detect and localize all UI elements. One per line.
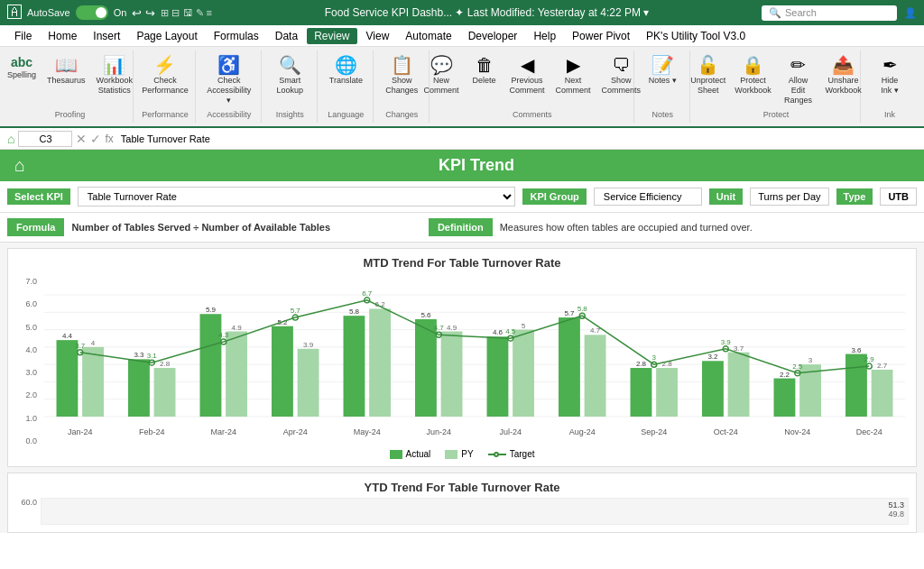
menu-file[interactable]: File: [7, 28, 39, 44]
formula-tag: Formula: [7, 218, 64, 236]
hide-ink-icon: ✒: [882, 56, 898, 74]
ribbon-group-proofing: abc Spelling 📖 Thesaurus 📊 WorkbookStati…: [7, 50, 134, 123]
menu-developer[interactable]: Developer: [461, 28, 525, 44]
unit-label: Unit: [709, 188, 743, 205]
svg-rect-63: [872, 370, 893, 417]
translate-icon: 🌐: [335, 56, 357, 74]
ribbon-btn-notes[interactable]: 📝 Notes ▾: [644, 54, 680, 87]
search-icon: 🔍: [769, 7, 781, 19]
unshare-workbook-icon: 📤: [832, 56, 855, 74]
ribbon-btn-translate[interactable]: 🌐 Translate: [326, 54, 366, 87]
kpi-header-title: KPI Trend: [34, 156, 919, 175]
mtd-chart-area: 4.44Jan-243.32.8Feb-245.94.9Mar-245.23.9…: [41, 277, 909, 445]
svg-text:Apr-24: Apr-24: [283, 427, 308, 436]
performance-group-label: Performance: [142, 110, 189, 119]
ribbon-btn-unprotect-sheet[interactable]: 🔓 UnprotectSheet: [688, 54, 728, 97]
home-sheet-icon: ⌂: [7, 132, 14, 146]
smart-lookup-label: SmartLookup: [277, 76, 304, 96]
quick-access-more[interactable]: ⊞ ⊟ 🖫 ✎ ≡: [161, 7, 212, 19]
insights-group-label: Insights: [276, 110, 304, 119]
kpi-select-dropdown[interactable]: Table Turnover Rate: [78, 187, 516, 206]
ribbon-protect-items: 🔓 UnprotectSheet 🔒 ProtectWorkbook ✏ All…: [688, 54, 864, 108]
svg-rect-28: [369, 308, 391, 417]
ribbon-btn-new-comment[interactable]: 💬 NewComment: [420, 54, 463, 97]
smart-lookup-icon: 🔍: [279, 56, 301, 74]
ribbon-btn-show-changes[interactable]: 📋 ShowChanges: [382, 54, 421, 97]
fx-label: fx: [105, 133, 113, 145]
show-changes-label: ShowChanges: [385, 76, 418, 96]
menu-pk-utility[interactable]: PK's Utility Tool V3.0: [639, 28, 753, 44]
ytd-container: YTD Trend For Table Turnover Rate 60.0 5…: [7, 473, 917, 533]
check-accessibility-icon: ♿: [217, 56, 240, 74]
menu-view[interactable]: View: [359, 28, 397, 44]
notes-icon: 📝: [651, 56, 674, 74]
definition-tag: Definition: [429, 218, 493, 236]
ribbon-group-notes: 📝 Notes ▾ Notes: [636, 50, 690, 123]
ribbon-btn-workbook-stats[interactable]: 📊 WorkbookStatistics: [93, 54, 136, 97]
svg-text:3: 3: [808, 356, 813, 364]
delete-comment-icon: 🗑: [476, 56, 494, 74]
ytd-value2: 49.8: [888, 509, 904, 519]
unshare-workbook-label: UnshareWorkbook: [825, 76, 861, 96]
svg-text:4.6: 4.6: [493, 328, 504, 336]
ribbon-btn-check-performance[interactable]: ⚡ CheckPerformance: [138, 54, 192, 97]
ribbon-btn-delete-comment[interactable]: 🗑 Delete: [467, 54, 503, 87]
ribbon-btn-check-accessibility[interactable]: ♿ CheckAccessibility ▾: [203, 54, 254, 106]
menu-data[interactable]: Data: [268, 28, 305, 44]
user-icon[interactable]: 👤: [904, 7, 917, 19]
ribbon-btn-allow-edit[interactable]: ✏ Allow EditRanges: [778, 54, 819, 106]
ribbon-comments-items: 💬 NewComment 🗑 Delete ◀ PreviousComment …: [420, 54, 645, 108]
redo-icon[interactable]: ↪: [145, 6, 155, 20]
legend-py-bar: [445, 450, 457, 459]
search-box[interactable]: 🔍 Search: [762, 5, 897, 21]
menu-power-pivot[interactable]: Power Pivot: [565, 28, 637, 44]
formula-input[interactable]: Table Turnover Rate: [117, 132, 917, 146]
legend-actual-label: Actual: [406, 449, 431, 459]
svg-rect-59: [774, 379, 796, 417]
legend-py: PY: [445, 449, 473, 459]
cell-reference[interactable]: [18, 131, 72, 147]
ribbon-btn-spelling[interactable]: abc Spelling: [4, 54, 40, 82]
menu-formulas[interactable]: Formulas: [207, 28, 266, 44]
svg-text:May-24: May-24: [354, 427, 381, 436]
ribbon-btn-smart-lookup[interactable]: 🔍 SmartLookup: [272, 54, 308, 97]
ribbon: abc Spelling 📖 Thesaurus 📊 WorkbookStati…: [0, 47, 924, 128]
legend-py-label: PY: [461, 449, 473, 459]
ribbon-btn-next-comment[interactable]: ▶ NextComment: [552, 54, 595, 97]
svg-text:2.8: 2.8: [160, 360, 171, 368]
ribbon-btn-prev-comment[interactable]: ◀ PreviousComment: [506, 54, 549, 97]
undo-icon[interactable]: ↩: [132, 6, 142, 20]
formula-block: Formula Number of Tables Served ÷ Number…: [7, 218, 414, 236]
svg-text:3.3: 3.3: [134, 351, 144, 359]
formula-bar: ⌂ ✕ ✓ fx Table Turnover Rate: [0, 128, 924, 150]
ribbon-group-ink: ✒ HideInk ▾ Ink: [863, 50, 917, 123]
svg-text:6.7: 6.7: [362, 289, 373, 298]
autosave-toggle[interactable]: [76, 5, 108, 20]
svg-text:3.7: 3.7: [734, 344, 744, 353]
svg-rect-44: [559, 317, 580, 417]
menu-help[interactable]: Help: [526, 28, 563, 44]
menu-insert[interactable]: Insert: [86, 28, 127, 44]
ytd-chart-area: 51.3 49.8: [41, 498, 909, 525]
menu-automate[interactable]: Automate: [398, 28, 458, 44]
allow-edit-label: Allow EditRanges: [781, 76, 816, 105]
ribbon-btn-hide-ink[interactable]: ✒ HideInk ▾: [872, 54, 908, 97]
formula-bar-check[interactable]: ✓: [90, 132, 101, 146]
ribbon-btn-unshare-workbook[interactable]: 📤 UnshareWorkbook: [822, 54, 864, 97]
menu-review[interactable]: Review: [307, 28, 356, 44]
menu-page-layout[interactable]: Page Layout: [129, 28, 204, 44]
svg-rect-24: [272, 326, 293, 417]
ribbon-btn-protect-workbook[interactable]: 🔒 ProtectWorkbook: [732, 54, 773, 97]
ribbon-group-performance: ⚡ CheckPerformance Performance: [135, 50, 196, 123]
svg-text:5.8: 5.8: [349, 307, 360, 316]
formula-bar-expand[interactable]: ✕: [76, 132, 87, 146]
svg-text:3.6: 3.6: [851, 346, 862, 354]
ribbon-btn-thesaurus[interactable]: 📖 Thesaurus: [43, 54, 89, 87]
spelling-icon: abc: [11, 56, 32, 69]
prev-comment-label: PreviousComment: [510, 76, 545, 96]
svg-rect-34: [415, 319, 437, 417]
home-dashboard-icon[interactable]: ⌂: [5, 155, 34, 176]
notes-group-label: Notes: [652, 110, 674, 119]
unit-value: Turns per Day: [750, 188, 828, 206]
menu-home[interactable]: Home: [41, 28, 84, 44]
